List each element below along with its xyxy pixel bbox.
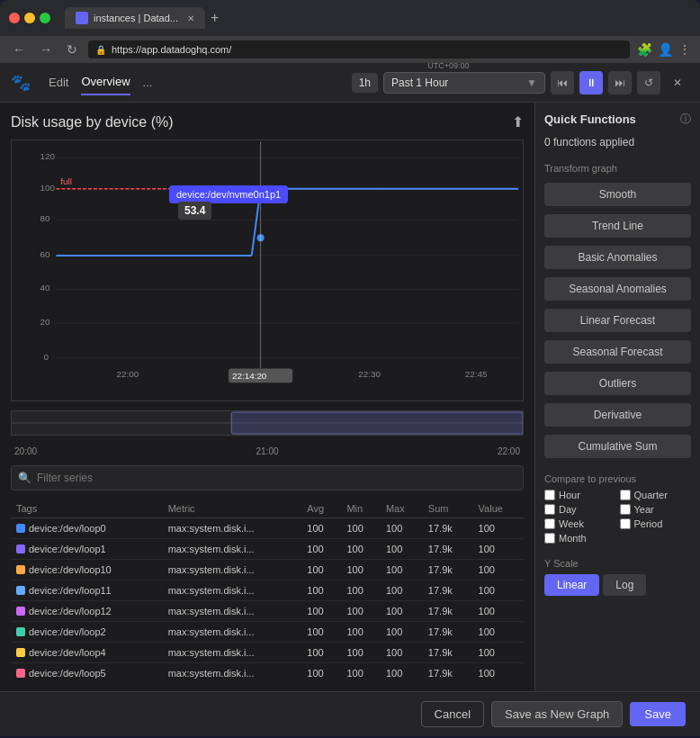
linear-forecast-button[interactable]: Linear Forecast <box>544 309 691 332</box>
reload-button[interactable]: ↻ <box>63 40 81 58</box>
linear-scale-button[interactable]: Linear <box>544 574 599 596</box>
table-row[interactable]: device:/dev/loop1 max:system.disk.i... 1… <box>11 539 524 560</box>
cell-min: 100 <box>341 580 380 601</box>
time-range-select[interactable]: Past 1 Hour ▼ <box>383 72 545 94</box>
browser-tabs: instances | Datad... ✕ + <box>65 7 691 29</box>
time-preset-button[interactable]: 1h <box>352 73 378 93</box>
graph-title-row: Disk usage by device (%) ⬆ <box>11 113 524 130</box>
minimap[interactable] <box>11 410 524 436</box>
minimap-label-1: 20:00 <box>14 446 37 456</box>
pause-button[interactable]: ⏸ <box>579 71 603 94</box>
cell-value: 100 <box>473 643 524 663</box>
seasonal-anomalies-button[interactable]: Seasonal Anomalies <box>544 277 691 301</box>
browser-chrome: instances | Datad... ✕ + ← → ↻ 🔒 https:/… <box>0 0 700 63</box>
tooltip-device: device:/dev/nvme0n1p1 <box>169 185 288 203</box>
sidebar-title: Quick Functions <box>544 112 636 126</box>
compare-item-year: Year <box>620 504 692 515</box>
share-button[interactable]: ⬆ <box>512 113 524 130</box>
menu-icon[interactable]: ⋮ <box>678 42 691 57</box>
new-tab-button[interactable]: + <box>211 10 219 26</box>
info-icon[interactable]: ⓘ <box>680 112 691 127</box>
cell-metric: max:system.disk.i... <box>163 663 302 680</box>
graph-title: Disk usage by device (%) <box>11 114 174 130</box>
col-avg[interactable]: Avg <box>301 500 341 518</box>
cell-max: 100 <box>381 518 423 539</box>
address-bar[interactable]: 🔒 https://app.datadoghq.com/ <box>88 40 630 58</box>
cell-max: 100 <box>381 539 423 560</box>
col-tags[interactable]: Tags <box>11 500 163 518</box>
table-row[interactable]: device:/dev/loop12 max:system.disk.i... … <box>11 601 524 622</box>
skip-back-button[interactable]: ⏮ <box>551 71 574 94</box>
traffic-lights <box>9 13 50 23</box>
save-button[interactable]: Save <box>630 702 686 726</box>
cancel-button[interactable]: Cancel <box>421 701 484 727</box>
table-row[interactable]: device:/dev/loop10 max:system.disk.i... … <box>11 560 524 580</box>
outliers-button[interactable]: Outliers <box>544 372 691 395</box>
derivative-button[interactable]: Derivative <box>544 403 691 427</box>
active-browser-tab[interactable]: instances | Datad... ✕ <box>65 7 205 29</box>
col-min[interactable]: Min <box>341 500 380 518</box>
compare-checkbox-quarter[interactable] <box>620 490 631 500</box>
compare-checkbox-week[interactable] <box>544 518 555 529</box>
trend-line-button[interactable]: Trend Line <box>544 214 691 238</box>
smooth-button[interactable]: Smooth <box>544 183 691 206</box>
cell-max: 100 <box>381 643 423 663</box>
compare-grid: Hour Quarter Day Year Week Period Month <box>544 490 691 544</box>
cell-value: 100 <box>473 622 524 643</box>
col-value[interactable]: Value <box>473 500 524 518</box>
cell-sum: 17.9k <box>423 580 473 601</box>
table-row[interactable]: device:/dev/loop5 max:system.disk.i... 1… <box>11 663 524 680</box>
save-new-graph-button[interactable]: Save as New Graph <box>491 701 623 727</box>
cell-min: 100 <box>341 601 380 622</box>
close-panel-button[interactable]: ✕ <box>666 71 689 94</box>
log-scale-button[interactable]: Log <box>603 574 646 596</box>
cell-tag: device:/dev/loop4 <box>11 643 163 663</box>
table-row[interactable]: device:/dev/loop11 max:system.disk.i... … <box>11 580 524 601</box>
back-button[interactable]: ← <box>9 40 29 58</box>
table-row[interactable]: device:/dev/loop0 max:system.disk.i... 1… <box>11 518 524 539</box>
tab-close-icon[interactable]: ✕ <box>187 14 194 23</box>
refresh-button[interactable]: ↺ <box>637 71 660 94</box>
svg-text:100: 100 <box>40 183 56 193</box>
compare-item-hour: Hour <box>544 490 616 500</box>
col-metric[interactable]: Metric <box>163 500 302 518</box>
compare-item-quarter: Quarter <box>620 490 692 500</box>
close-traffic-light[interactable] <box>9 13 20 23</box>
minimize-traffic-light[interactable] <box>24 13 35 23</box>
tab-overview[interactable]: Overview <box>81 69 130 95</box>
app-container: 🐾 Edit Overview ... UTC+09:00 1h Past 1 … <box>0 63 700 736</box>
table-row[interactable]: device:/dev/loop2 max:system.disk.i... 1… <box>11 622 524 643</box>
cell-metric: max:system.disk.i... <box>163 622 302 643</box>
seasonal-forecast-button[interactable]: Seasonal Forecast <box>544 340 691 364</box>
cell-min: 100 <box>341 622 380 643</box>
compare-label: Compare to previous <box>544 473 691 484</box>
compare-checkbox-day[interactable] <box>544 504 555 515</box>
maximize-traffic-light[interactable] <box>40 13 50 23</box>
col-sum[interactable]: Sum <box>423 500 473 518</box>
tab-more[interactable]: ... <box>143 76 153 89</box>
footer: Cancel Save as New Graph Save <box>0 691 700 736</box>
applied-count: 0 functions applied <box>544 136 691 148</box>
skip-forward-button[interactable]: ⏭ <box>608 71 632 94</box>
compare-item-label: Period <box>634 518 663 529</box>
tab-edit[interactable]: Edit <box>49 70 68 94</box>
cell-value: 100 <box>473 580 524 601</box>
compare-checkbox-month[interactable] <box>544 533 555 544</box>
cell-metric: max:system.disk.i... <box>163 601 302 622</box>
extensions-icon[interactable]: 🧩 <box>637 42 652 57</box>
compare-checkbox-hour[interactable] <box>544 490 555 500</box>
cell-sum: 17.9k <box>423 643 473 663</box>
col-max[interactable]: Max <box>381 500 423 518</box>
basic-anomalies-button[interactable]: Basic Anomalies <box>544 246 691 269</box>
cumulative-sum-button[interactable]: Cumulative Sum <box>544 435 691 458</box>
cell-avg: 100 <box>301 643 341 663</box>
forward-button[interactable]: → <box>36 40 56 58</box>
yscale-section: Y Scale Linear Log <box>544 558 691 596</box>
minimap-svg <box>12 410 523 436</box>
table-row[interactable]: device:/dev/loop4 max:system.disk.i... 1… <box>11 643 524 663</box>
cell-avg: 100 <box>301 622 341 643</box>
profile-icon[interactable]: 👤 <box>658 42 673 57</box>
filter-series-input[interactable] <box>11 465 524 490</box>
compare-checkbox-year[interactable] <box>620 504 631 515</box>
compare-checkbox-period[interactable] <box>620 518 631 529</box>
